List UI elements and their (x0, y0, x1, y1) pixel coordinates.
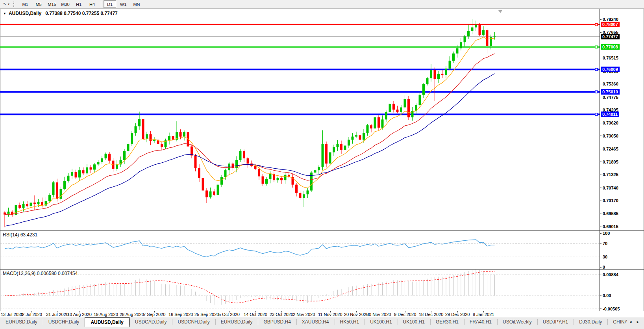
level-price-tag: 0.77008 (601, 44, 620, 50)
price-axis-border (600, 9, 600, 311)
level-price-tag: 0.78007 (601, 22, 620, 27)
macd-label: MACD(12,26,9) 0.006580 0.007454 (3, 271, 78, 276)
date-tick-label: 11 Nov 2020 (318, 312, 342, 317)
date-tick-label: 10 Aug 2020 (67, 312, 92, 317)
rsi-label: RSI(14) 63.4231 (3, 232, 37, 238)
price-tick-label: 0.71895 (603, 160, 618, 164)
price-tick-label: 0.74775 (603, 95, 618, 100)
date-tick-label: 7 Sep 2020 (143, 312, 165, 317)
rsi-tick-label: 100 (603, 231, 610, 236)
date-tick-label: 9 Dec 2020 (394, 312, 416, 317)
symbol-tab-dj30-daily[interactable]: DJ30,Daily (574, 317, 607, 327)
symbol-tab-xauusd-h4[interactable]: XAUUSD,H4 (296, 317, 335, 327)
toolbar-separator (101, 1, 101, 7)
price-tick-label: 0.70170 (603, 198, 618, 203)
cursor-tool-icon[interactable]: ↖ (2, 1, 8, 7)
symbol-tab-eurusd-daily[interactable]: EURUSD,Daily (0, 317, 43, 327)
tab-scroll-left-icon[interactable]: ◄ (627, 320, 634, 324)
symbol-tab-china300-h1[interactable]: CHINA300,H1 (607, 317, 627, 327)
rsi-tick-label: 70 (603, 241, 607, 246)
date-tick-label: 28 Aug 2020 (120, 312, 144, 317)
symbol-tab-usdcnh-daily[interactable]: USDCNH,Daily (172, 317, 215, 327)
symbol-tab-hk50-h1[interactable]: HK50,H1 (335, 317, 365, 327)
timeframe-button-mn[interactable]: MN (130, 0, 143, 8)
date-tick-label: 31 Jul 2020 (46, 312, 68, 317)
macd-chart-canvas[interactable] (0, 269, 644, 311)
slow-ma-line (5, 74, 495, 226)
date-tick-label: 14 Oct 2020 (244, 312, 267, 317)
timeframe-button-h1[interactable]: H1 (72, 0, 85, 8)
date-tick-label: 18 Dec 2020 (419, 312, 443, 317)
symbol-tabbar: EURUSD,DailyUSDCHF,DailyAUDUSD,DailyUSDC… (0, 317, 644, 329)
dropdown-caret-icon[interactable]: ▾ (8, 2, 9, 6)
symbol-tab-usdcad-daily[interactable]: USDCAD,Daily (130, 317, 172, 327)
price-tick-label: 0.78240 (603, 17, 618, 22)
symbol-tab-eurusd-daily[interactable]: EURUSD,Daily (215, 317, 258, 327)
chart-symbol-label: AUDUSD,Daily (9, 11, 41, 16)
rsi-chart-canvas[interactable] (0, 230, 644, 269)
timeframe-button-d1[interactable]: D1 (104, 0, 116, 8)
symbol-tab-usdjpy-h1[interactable]: USDJPY,H1 (537, 317, 574, 327)
timeframe-button-m30[interactable]: M30 (59, 0, 72, 8)
date-tick-label: 2 Nov 2020 (293, 312, 315, 317)
timeframe-button-m1[interactable]: M1 (19, 0, 31, 8)
date-tick-label: 5 Oct 2020 (218, 312, 240, 317)
price-tick-label: 0.71325 (603, 172, 618, 177)
tab-scroll-controls: ◄ ► (627, 317, 642, 327)
timeframe-button-w1[interactable]: W1 (117, 0, 130, 8)
symbol-tab-usdchf-daily[interactable]: USDCHF,Daily (43, 317, 85, 327)
symbol-tab-uk100-h1[interactable]: UK100,H1 (398, 317, 430, 327)
chart-title: ▼ AUDUSD,Daily 0.77388 0.77540 0.77255 0… (3, 11, 118, 16)
date-tick-label: 30 Nov 2020 (366, 312, 391, 317)
chart-shift-marker[interactable] (498, 10, 502, 13)
symbol-tab-usoil-weekly[interactable]: USOil,Weekly (497, 317, 537, 327)
symbol-tab-gbpusd-h4[interactable]: GBPUSD,H4 (258, 317, 296, 327)
symbol-tabs: EURUSD,DailyUSDCHF,DailyAUDUSD,DailyUSDC… (0, 317, 627, 327)
price-tick-label: 0.69585 (603, 211, 618, 216)
timeframe-button-m5[interactable]: M5 (32, 0, 45, 8)
price-tick-label: 0.72465 (603, 147, 618, 151)
date-tick-label: 19 Aug 2020 (94, 312, 118, 317)
mid-ma-line (5, 54, 495, 214)
collapse-triangle-icon[interactable]: ▼ (3, 12, 6, 15)
candlestick-chart-canvas[interactable] (0, 9, 644, 230)
level-price-tag: 0.76009 (601, 67, 620, 72)
current-price-tag: 0.77477 (601, 34, 620, 39)
macd-tick-label: 0.00 (603, 293, 611, 298)
symbol-tab-audusd-daily[interactable]: AUDUSD,Daily (85, 317, 129, 327)
symbol-tab-fra40-h1[interactable]: FRA40,H1 (464, 317, 497, 327)
timeframe-button-m15[interactable]: M15 (46, 0, 58, 8)
tab-scroll-right-icon[interactable]: ► (634, 320, 642, 324)
symbol-tab-uk100-h1[interactable]: UK100,H1 (365, 317, 397, 327)
date-tick-label: 25 Sep 2020 (194, 312, 219, 317)
price-tick-label: 0.75360 (603, 82, 618, 86)
timeframe-button-h4[interactable]: H4 (86, 0, 98, 8)
date-tick-label: 8 Jan 2021 (473, 312, 494, 317)
chart-ohlc-values: 0.77388 0.77540 0.77255 0.77477 (45, 11, 118, 16)
price-tick-label: 0.69015 (603, 224, 618, 229)
price-tick-label: 0.70740 (603, 186, 618, 190)
rsi-tick-label: 30 (603, 255, 607, 259)
date-tick-label: 23 Oct 2020 (270, 312, 293, 317)
fast-ma-line (5, 37, 495, 214)
date-tick-label: 16 Sep 2020 (168, 312, 193, 317)
macd-tick-label: -0.00565 (603, 307, 620, 311)
date-tick-label: 20 Nov 2020 (344, 312, 368, 317)
macd-tick-label: 0.00884 (603, 272, 618, 277)
date-tick-label: 29 Dec 2020 (445, 312, 470, 317)
level-price-tag: 0.75010 (601, 89, 620, 95)
price-tick-label: 0.76515 (603, 56, 618, 60)
toolbar-grip[interactable] (13, 2, 15, 7)
date-tick-label: 22 Jul 2020 (20, 312, 42, 317)
timeframe-toolbar: ↖ ▾ M1M5M15M30H1H4D1W1MN (0, 0, 644, 9)
level-price-tag: 0.74011 (601, 112, 619, 117)
mt4-chart-window: ↖ ▾ M1M5M15M30H1H4D1W1MN ▼ AUDUSD,Daily … (0, 0, 644, 329)
rsi-tick-label: 0 (603, 265, 605, 270)
symbol-tab-ger30-h1[interactable]: GER30,H1 (430, 317, 464, 327)
price-tick-label: 0.73050 (603, 134, 618, 138)
price-tick-label: 0.73620 (603, 121, 618, 125)
